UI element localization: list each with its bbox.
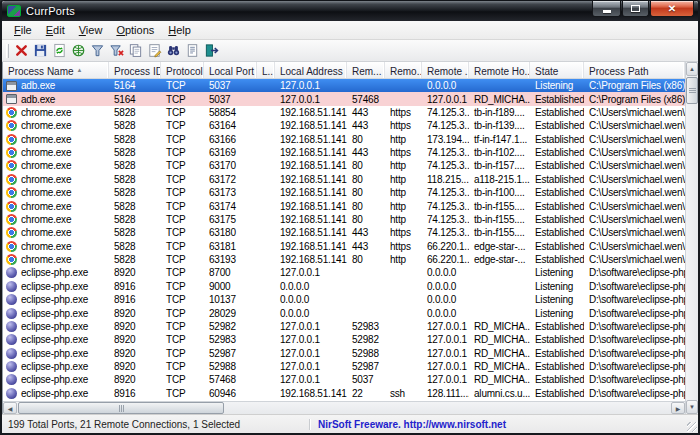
chrome-icon	[6, 174, 17, 185]
table-row[interactable]: chrome.exe5828TCP63174192.168.51.14180ht…	[3, 199, 685, 212]
minimize-icon	[603, 10, 611, 13]
nirsoft-link[interactable]: NirSoft Freeware. http://www.nirsoft.net	[310, 419, 514, 430]
minimize-button[interactable]	[592, 1, 621, 17]
chrome-icon	[6, 227, 17, 238]
table-row[interactable]: eclipse-php.exe8920TCP280290.0.0.00.0.0.…	[3, 306, 685, 319]
table-row[interactable]: chrome.exe5828TCP63181192.168.51.141443h…	[3, 240, 685, 253]
column-header-remote-ho[interactable]: Remote Ho...	[469, 62, 530, 78]
toolbar	[2, 40, 698, 62]
scroll-down-arrow[interactable]: ▼	[686, 400, 698, 414]
table-row[interactable]: eclipse-php.exe8920TCP52983127.0.0.15298…	[3, 333, 685, 346]
table-row[interactable]: eclipse-php.exe8920TCP52988127.0.0.15298…	[3, 360, 685, 373]
column-header-process-path[interactable]: Process Path	[584, 62, 685, 78]
status-bar: 199 Total Ports, 21 Remote Connections, …	[2, 414, 698, 433]
column-header-rem[interactable]: Rem...	[347, 62, 385, 78]
chrome-icon	[6, 241, 17, 252]
save-icon[interactable]	[31, 41, 50, 60]
sort-indicator: ▲	[77, 67, 83, 73]
table-row[interactable]: eclipse-php.exe8916TCP101370.0.0.00.0.0.…	[3, 293, 685, 306]
horizontal-scroll-track[interactable]	[225, 402, 671, 414]
status-summary: 199 Total Ports, 21 Remote Connections, …	[2, 419, 310, 430]
copy-icon[interactable]	[126, 41, 145, 60]
globe-icon[interactable]	[69, 41, 88, 60]
eclipse-icon	[6, 361, 17, 372]
table-row[interactable]: chrome.exe5828TCP63172192.168.51.14180ht…	[3, 173, 685, 186]
currports-window: CurrPorts ✕ FileEditViewOptionsHelp Proc…	[0, 0, 700, 435]
find-icon[interactable]	[164, 41, 183, 60]
filter-icon[interactable]	[88, 41, 107, 60]
toolbar-grip[interactable]	[6, 44, 9, 58]
resize-grip[interactable]	[687, 422, 697, 432]
menu-file[interactable]: File	[7, 22, 39, 39]
column-header-l[interactable]: L..	[257, 62, 275, 78]
exit-icon[interactable]	[202, 41, 221, 60]
scroll-up-arrow[interactable]: ▲	[686, 62, 698, 76]
scroll-left-arrow[interactable]: ◀	[3, 402, 17, 414]
table-row[interactable]: chrome.exe5828TCP63164192.168.51.141443h…	[3, 119, 685, 132]
refresh-icon[interactable]	[50, 41, 69, 60]
column-headers: Process Name▲Process IDProtocolLocal Por…	[3, 62, 685, 79]
table-row[interactable]: eclipse-php.exe8920TCP52987127.0.0.15298…	[3, 347, 685, 360]
thumb-grip	[689, 90, 696, 91]
adb-icon	[6, 81, 17, 91]
report-icon[interactable]	[183, 41, 202, 60]
table-row[interactable]: eclipse-php.exe8920TCP8700127.0.0.10.0.0…	[3, 266, 685, 279]
clear-filter-icon[interactable]	[107, 41, 126, 60]
table-row[interactable]: adb.exe5164TCP5037127.0.0.157468127.0.0.…	[3, 92, 685, 105]
eclipse-icon	[6, 334, 17, 345]
column-header-process-id[interactable]: Process ID	[109, 62, 161, 78]
menu-help[interactable]: Help	[161, 22, 198, 39]
table-row[interactable]: chrome.exe5828TCP63180192.168.51.141443h…	[3, 226, 685, 239]
table-rows: adb.exe5164TCP5037127.0.0.10.0.0.0Listen…	[3, 79, 685, 401]
vertical-scroll-thumb[interactable]	[686, 77, 698, 104]
column-header-state[interactable]: State	[530, 62, 584, 78]
vertical-scrollbar[interactable]: ▲ ▼	[685, 62, 698, 414]
table-row[interactable]: eclipse-php.exe8916TCP90000.0.0.00.0.0.0…	[3, 280, 685, 293]
scroll-right-arrow[interactable]: ▶	[671, 402, 685, 414]
title-bar[interactable]: CurrPorts ✕	[2, 1, 698, 21]
table-row[interactable]: eclipse-php.exe8916TCP60946192.168.51.14…	[3, 387, 685, 400]
close-button[interactable]: ✕	[650, 1, 694, 17]
eclipse-icon	[6, 388, 17, 399]
column-header-remote[interactable]: Remote ...	[422, 62, 469, 78]
maximize-button[interactable]	[622, 1, 649, 17]
table-row[interactable]: eclipse-php.exe8920TCP57468127.0.0.15037…	[3, 373, 685, 386]
chrome-icon	[6, 254, 17, 265]
eclipse-icon	[6, 308, 17, 319]
column-header-protocol[interactable]: Protocol	[161, 62, 204, 78]
chrome-icon	[6, 214, 17, 225]
table-row[interactable]: adb.exe5164TCP5037127.0.0.10.0.0.0Listen…	[3, 79, 685, 92]
chrome-icon	[6, 107, 17, 118]
eclipse-icon	[6, 294, 17, 305]
adb-icon	[6, 94, 17, 104]
caption-buttons: ✕	[591, 1, 694, 17]
column-header-local-address[interactable]: Local Address	[275, 62, 347, 78]
table-row[interactable]: chrome.exe5828TCP58854192.168.51.141443h…	[3, 106, 685, 119]
table-row[interactable]: chrome.exe5828TCP63173192.168.51.14180ht…	[3, 186, 685, 199]
column-header-process-name[interactable]: Process Name▲	[3, 62, 109, 78]
table-row[interactable]: chrome.exe5828TCP63170192.168.51.14180ht…	[3, 159, 685, 172]
close-connection-icon[interactable]	[12, 41, 31, 60]
eclipse-icon	[6, 321, 17, 332]
table-row[interactable]: chrome.exe5828TCP63193192.168.51.14180ht…	[3, 253, 685, 266]
menu-edit[interactable]: Edit	[39, 22, 72, 39]
table-row[interactable]: chrome.exe5828TCP63169192.168.51.141443h…	[3, 146, 685, 159]
table-row[interactable]: chrome.exe5828TCP63166192.168.51.14180ht…	[3, 133, 685, 146]
table-row[interactable]: eclipse-php.exe8920TCP52982127.0.0.15298…	[3, 320, 685, 333]
horizontal-scroll-thumb[interactable]	[18, 402, 224, 414]
eclipse-icon	[6, 281, 17, 292]
menu-options[interactable]: Options	[109, 22, 161, 39]
chrome-icon	[6, 201, 17, 212]
chrome-icon	[6, 120, 17, 131]
properties-icon[interactable]	[145, 41, 164, 60]
column-header-remo[interactable]: Remo...	[385, 62, 422, 78]
table-row[interactable]: chrome.exe5828TCP63175192.168.51.14180ht…	[3, 213, 685, 226]
menu-view[interactable]: View	[72, 22, 110, 39]
chrome-icon	[6, 134, 17, 145]
column-header-local-port[interactable]: Local Port	[204, 62, 257, 78]
chrome-icon	[6, 160, 17, 171]
horizontal-scrollbar[interactable]: ◀ ▶	[3, 401, 685, 414]
app-icon	[7, 5, 21, 17]
eclipse-icon	[6, 374, 17, 385]
vertical-scroll-track[interactable]	[686, 105, 698, 400]
